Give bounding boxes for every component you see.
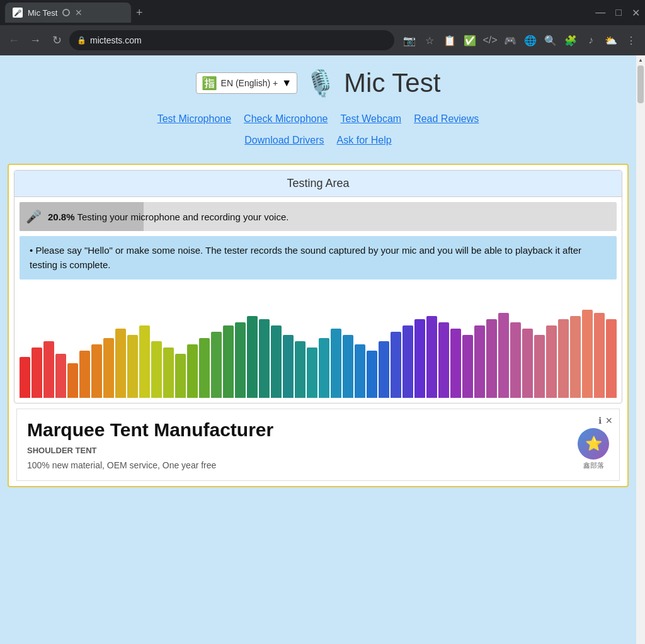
close-button[interactable]: ✕ bbox=[632, 7, 640, 19]
ad-brand-logo: ⭐ 鑫部落 bbox=[578, 428, 609, 470]
scrollbar-up-arrow[interactable]: ▲ bbox=[636, 55, 645, 64]
eq-bar bbox=[522, 329, 533, 398]
extensions-button[interactable]: 🧩 bbox=[562, 31, 579, 49]
eq-bar bbox=[211, 332, 222, 398]
ad-controls: ℹ ✕ bbox=[598, 415, 613, 426]
brand-name: 鑫部落 bbox=[578, 461, 609, 470]
bookmark-icon[interactable]: ☆ bbox=[421, 31, 438, 49]
eq-bar bbox=[367, 351, 377, 398]
maximize-button[interactable]: □ bbox=[615, 7, 622, 18]
toolbar-icons: 📷 ☆ 📋 ✅ </> 🎮 🌐 🔍 🧩 ♪ ⛅ ⋮ bbox=[401, 31, 640, 49]
progress-status-text: Testing your microphone and recording yo… bbox=[77, 212, 288, 222]
tab-loading-indicator bbox=[62, 9, 70, 16]
nav-link-test-microphone[interactable]: Test Microphone bbox=[157, 113, 231, 125]
eq-bar bbox=[486, 319, 497, 398]
scrollbar[interactable]: ▲ bbox=[636, 55, 645, 644]
ad-subtitle: SHOULDER TENT bbox=[27, 446, 609, 455]
lock-icon: 🔒 bbox=[77, 36, 86, 45]
eq-bar bbox=[91, 344, 102, 398]
page-header: 🈯 EN (English) + ▼ 🎙️ Mic Test Test Micr… bbox=[0, 55, 636, 157]
browser-titlebar: 🎤 Mic Test ✕ + — □ ✕ bbox=[0, 0, 645, 25]
ad-close-icon[interactable]: ✕ bbox=[605, 415, 613, 426]
eq-bar bbox=[474, 325, 485, 398]
translate-icon: 🈯 bbox=[202, 76, 217, 91]
nav-link-check-microphone[interactable]: Check Microphone bbox=[244, 113, 328, 125]
eq-bar bbox=[498, 313, 509, 398]
browser-tab[interactable]: 🎤 Mic Test ✕ bbox=[5, 3, 131, 23]
ad-info-icon[interactable]: ℹ bbox=[598, 415, 602, 426]
menu-button[interactable]: ⋮ bbox=[622, 31, 640, 49]
eq-bar bbox=[426, 316, 437, 398]
eq-bar bbox=[606, 319, 617, 398]
eq-bar bbox=[139, 325, 150, 398]
extension-icon5[interactable]: 🌐 bbox=[522, 31, 539, 49]
window-controls: — □ ✕ bbox=[595, 7, 640, 19]
nav-link-ask-for-help[interactable]: Ask for Help bbox=[337, 135, 392, 146]
site-title: Mic Test bbox=[344, 68, 440, 98]
extension-icon2[interactable]: ✅ bbox=[461, 31, 479, 49]
forward-button[interactable]: → bbox=[26, 31, 44, 49]
extension-icon6[interactable]: 🔍 bbox=[542, 31, 559, 49]
ad-description: 100% new material, OEM service, One year… bbox=[27, 460, 609, 470]
eq-bar bbox=[343, 335, 353, 398]
eq-bar bbox=[307, 347, 317, 398]
eq-bar bbox=[391, 332, 401, 398]
eq-bar bbox=[247, 316, 258, 398]
microphone-icon: 🎙️ bbox=[305, 69, 336, 98]
ad-title: Marquee Tent Manufacturer bbox=[27, 419, 609, 441]
eq-bar bbox=[355, 344, 365, 398]
language-selector[interactable]: EN (English) + bbox=[221, 78, 278, 88]
address-bar[interactable]: 🔒 mictests.com bbox=[69, 30, 394, 50]
page-content: 🈯 EN (English) + ▼ 🎙️ Mic Test Test Micr… bbox=[0, 55, 636, 644]
dropdown-arrow-icon: ▼ bbox=[282, 77, 292, 89]
translate-widget[interactable]: 🈯 EN (English) + ▼ bbox=[196, 72, 298, 94]
nav-links-row2: Download Drivers Ask for Help bbox=[0, 130, 636, 151]
progress-percent: 20.8% bbox=[48, 212, 75, 222]
scrollbar-thumb[interactable] bbox=[637, 65, 644, 103]
eq-bar bbox=[295, 341, 305, 398]
eq-bar bbox=[199, 338, 210, 398]
equalizer-visualization bbox=[20, 285, 617, 398]
media-icon[interactable]: ♪ bbox=[582, 31, 600, 49]
eq-bar bbox=[103, 338, 114, 398]
eq-bar bbox=[235, 322, 246, 398]
progress-label: 20.8% Testing your microphone and record… bbox=[48, 212, 288, 222]
eq-bar bbox=[546, 325, 557, 398]
refresh-button[interactable]: ↻ bbox=[48, 31, 66, 49]
extension-icon4[interactable]: 🎮 bbox=[501, 31, 519, 49]
eq-bar bbox=[283, 335, 294, 398]
brand-circle-icon: ⭐ bbox=[578, 428, 609, 460]
eq-bar bbox=[43, 341, 54, 398]
nav-link-test-webcam[interactable]: Test Webcam bbox=[341, 113, 402, 125]
eq-bar bbox=[67, 363, 78, 398]
eq-bar bbox=[570, 316, 581, 398]
eq-bar bbox=[151, 341, 162, 398]
eq-bar bbox=[31, 347, 42, 398]
eq-bar bbox=[462, 335, 473, 398]
minimize-button[interactable]: — bbox=[595, 7, 605, 18]
info-box: • Please say "Hello" or make some noise.… bbox=[20, 236, 617, 280]
weather-icon[interactable]: ⛅ bbox=[602, 31, 620, 49]
eq-bar bbox=[271, 325, 282, 398]
extension-icon3[interactable]: </> bbox=[481, 31, 499, 49]
eq-bar bbox=[187, 344, 198, 398]
eq-bar bbox=[20, 357, 30, 398]
eq-bar bbox=[582, 310, 593, 398]
back-button[interactable]: ← bbox=[5, 31, 23, 49]
nav-link-download-drivers[interactable]: Download Drivers bbox=[244, 135, 324, 146]
browser-content: 🈯 EN (English) + ▼ 🎙️ Mic Test Test Micr… bbox=[0, 55, 636, 644]
eq-bar bbox=[379, 341, 389, 398]
progress-bar: 🎤 20.8% Testing your microphone and reco… bbox=[20, 202, 617, 231]
eq-bar bbox=[223, 325, 234, 398]
eq-bar bbox=[510, 322, 521, 398]
browser-toolbar: ← → ↻ 🔒 mictests.com 📷 ☆ 📋 ✅ </> 🎮 🌐 🔍 🧩… bbox=[0, 25, 645, 55]
nav-link-read-reviews[interactable]: Read Reviews bbox=[414, 113, 479, 125]
extension-icon1[interactable]: 📋 bbox=[441, 31, 459, 49]
main-testing-area: Testing Area 🎤 20.8% Testing your microp… bbox=[8, 164, 629, 487]
eq-bar bbox=[175, 354, 186, 398]
eq-bar bbox=[127, 335, 138, 398]
eq-bar bbox=[331, 329, 341, 398]
tab-close-button[interactable]: ✕ bbox=[75, 8, 83, 18]
new-tab-button[interactable]: + bbox=[136, 6, 143, 20]
cast-icon[interactable]: 📷 bbox=[401, 31, 418, 49]
